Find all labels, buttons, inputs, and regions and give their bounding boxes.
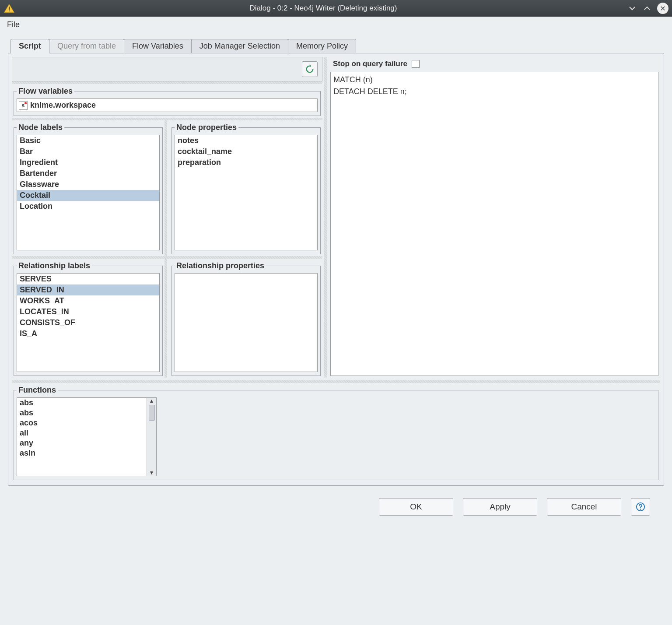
stop-on-failure-label: Stop on query failure (333, 60, 407, 68)
flow-variables-group: Flow variables s knime.workspace (14, 87, 321, 116)
window-title: Dialog - 0:2 - Neo4j Writer (Deleting ex… (19, 4, 627, 13)
splitter-v-main[interactable] (324, 57, 327, 378)
svg-rect-1 (9, 7, 10, 10)
query-editor[interactable]: MATCH (n) DETACH DELETE n; (330, 72, 658, 376)
cancel-button[interactable]: Cancel (547, 498, 621, 516)
refresh-button[interactable] (302, 61, 318, 77)
node-properties-list[interactable]: notes cocktail_name preparation (175, 135, 318, 250)
toolbar (12, 57, 322, 81)
relationship-labels-group: Relationship labels SERVES SERVED_IN WOR… (14, 261, 163, 376)
window-controls: ✕ (627, 3, 668, 14)
list-item[interactable]: Location (17, 201, 159, 212)
scroll-up-icon[interactable]: ▲ (149, 398, 154, 404)
string-type-icon: s (19, 101, 28, 110)
tab-flow-variables[interactable]: Flow Variables (124, 39, 192, 53)
tab-query-from-table[interactable]: Query from table (49, 39, 124, 53)
refresh-icon (305, 64, 315, 74)
minimize-button[interactable] (627, 4, 637, 13)
close-button[interactable]: ✕ (657, 3, 668, 14)
list-item[interactable]: abs (17, 408, 147, 418)
menubar: File (0, 17, 672, 35)
tab-pane: Flow variables s knime.workspace Node la… (8, 53, 664, 486)
list-item[interactable]: asin (17, 448, 147, 458)
node-properties-legend: Node properties (175, 123, 238, 132)
apply-button[interactable]: Apply (463, 498, 537, 516)
list-item[interactable]: Bartender (17, 168, 159, 179)
scrollbar[interactable]: ▲ ▼ (147, 398, 156, 476)
stop-on-failure-checkbox[interactable] (412, 60, 420, 68)
node-labels-legend: Node labels (17, 123, 64, 132)
maximize-button[interactable] (642, 4, 652, 13)
scroll-down-icon[interactable]: ▼ (149, 470, 154, 476)
functions-legend: Functions (17, 386, 58, 395)
list-item[interactable]: Basic (17, 135, 159, 146)
list-item[interactable]: any (17, 438, 147, 448)
splitter-v[interactable] (164, 120, 167, 256)
list-item[interactable]: preparation (175, 157, 317, 168)
relationship-properties-list[interactable] (175, 273, 318, 372)
list-item[interactable]: cocktail_name (175, 146, 317, 157)
list-item[interactable]: SERVED_IN (17, 284, 159, 295)
splitter-h[interactable] (12, 81, 322, 84)
svg-marker-3 (310, 65, 312, 67)
functions-group: Functions abs abs acos all any asin ▲ ▼ (14, 386, 658, 480)
tab-script[interactable]: Script (10, 39, 49, 53)
dialog-button-row: OK Apply Cancel (8, 486, 664, 516)
relationship-labels-list[interactable]: SERVES SERVED_IN WORKS_AT LOCATES_IN CON… (17, 273, 160, 372)
splitter-h[interactable] (12, 380, 660, 383)
app-warning-icon (4, 4, 15, 13)
list-item[interactable]: Ingredient (17, 157, 159, 168)
list-item[interactable]: WORKS_AT (17, 295, 159, 306)
list-item[interactable]: Cocktail (17, 190, 159, 201)
list-item[interactable]: CONSISTS_OF (17, 317, 159, 328)
list-item[interactable]: all (17, 428, 147, 438)
list-item[interactable]: SERVES (17, 274, 159, 284)
node-labels-group: Node labels Basic Bar Ingredient Bartend… (14, 123, 163, 254)
flow-variable-name: knime.workspace (30, 101, 96, 110)
tab-memory-policy[interactable]: Memory Policy (288, 39, 356, 53)
list-item[interactable]: acos (17, 418, 147, 428)
ok-button[interactable]: OK (379, 498, 453, 516)
node-properties-group: Node properties notes cocktail_name prep… (172, 123, 321, 254)
tab-job-manager-selection[interactable]: Job Manager Selection (191, 39, 288, 53)
svg-rect-2 (9, 11, 10, 11)
titlebar: Dialog - 0:2 - Neo4j Writer (Deleting ex… (0, 0, 672, 17)
splitter-v[interactable] (164, 259, 167, 378)
flow-variable-item[interactable]: s knime.workspace (17, 98, 318, 112)
menu-file[interactable]: File (4, 18, 22, 31)
relationship-labels-legend: Relationship labels (17, 261, 92, 270)
list-item[interactable]: notes (175, 135, 317, 146)
relationship-properties-group: Relationship properties (172, 261, 321, 376)
flow-variables-legend: Flow variables (17, 87, 74, 96)
list-item[interactable]: Glassware (17, 179, 159, 190)
stop-on-failure-row: Stop on query failure (329, 57, 660, 71)
functions-list[interactable]: abs abs acos all any asin ▲ ▼ (17, 397, 157, 476)
relationship-properties-legend: Relationship properties (175, 261, 266, 270)
list-item[interactable]: IS_A (17, 328, 159, 339)
list-item[interactable]: abs (17, 398, 147, 408)
list-item[interactable]: Bar (17, 146, 159, 157)
tabs: Script Query from table Flow Variables J… (8, 39, 664, 53)
scroll-thumb[interactable] (149, 405, 155, 421)
node-labels-list[interactable]: Basic Bar Ingredient Bartender Glassware… (17, 135, 160, 250)
list-item[interactable]: LOCATES_IN (17, 306, 159, 317)
help-button[interactable] (631, 498, 650, 516)
help-icon (636, 502, 645, 512)
svg-point-5 (640, 509, 641, 509)
